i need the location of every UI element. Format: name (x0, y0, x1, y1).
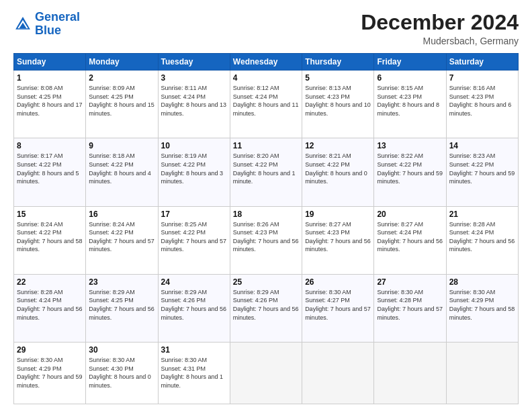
calendar-table: Sunday Monday Tuesday Wednesday Thursday… (13, 53, 519, 404)
table-row: 12Sunrise: 8:21 AMSunset: 4:22 PMDayligh… (302, 138, 374, 206)
sunrise-label: Sunrise: 8:21 AM (305, 152, 351, 159)
sunset-label: Sunset: 4:23 PM (305, 93, 350, 100)
sunrise-label: Sunrise: 8:26 AM (233, 221, 279, 228)
day-number: 12 (305, 141, 371, 150)
table-row: 8Sunrise: 8:17 AMSunset: 4:22 PMDaylight… (14, 138, 86, 206)
table-row: 22Sunrise: 8:28 AMSunset: 4:24 PMDayligh… (14, 274, 86, 342)
day-number: 26 (305, 277, 371, 287)
sunset-label: Sunset: 4:24 PM (377, 229, 422, 236)
day-info: Sunrise: 8:16 AMSunset: 4:23 PMDaylight:… (449, 84, 515, 118)
sunset-label: Sunset: 4:22 PM (305, 161, 350, 168)
day-info: Sunrise: 8:22 AMSunset: 4:22 PMDaylight:… (377, 152, 443, 185)
sunrise-label: Sunrise: 8:25 AM (161, 221, 208, 228)
day-number: 22 (17, 277, 83, 287)
table-row: 13Sunrise: 8:22 AMSunset: 4:22 PMDayligh… (374, 138, 446, 206)
daylight-label: Daylight: 7 hours and 59 minutes. (449, 170, 515, 185)
table-row: 17Sunrise: 8:25 AMSunset: 4:22 PMDayligh… (158, 206, 230, 274)
day-info: Sunrise: 8:26 AMSunset: 4:23 PMDaylight:… (233, 220, 299, 254)
day-number: 23 (89, 277, 154, 287)
sunrise-label: Sunrise: 8:19 AM (161, 152, 208, 159)
sunset-label: Sunset: 4:25 PM (17, 93, 62, 100)
sunrise-label: Sunrise: 8:29 AM (89, 289, 135, 295)
day-number: 21 (449, 210, 515, 219)
sunrise-label: Sunrise: 8:30 AM (89, 357, 135, 363)
sunrise-label: Sunrise: 8:24 AM (89, 221, 135, 228)
logo-line2: Blue (35, 24, 61, 37)
day-number: 1 (17, 73, 83, 83)
sunrise-label: Sunrise: 8:08 AM (17, 85, 63, 91)
sunrise-label: Sunrise: 8:17 AM (17, 152, 63, 159)
sunset-label: Sunset: 4:31 PM (161, 365, 206, 372)
table-row: 16Sunrise: 8:24 AMSunset: 4:22 PMDayligh… (86, 206, 158, 274)
daylight-label: Daylight: 7 hours and 56 minutes. (377, 238, 443, 253)
day-number: 24 (161, 277, 227, 287)
col-monday: Monday (86, 54, 158, 71)
sunset-label: Sunset: 4:23 PM (377, 93, 422, 100)
sunset-label: Sunset: 4:22 PM (161, 229, 206, 236)
sunrise-label: Sunrise: 8:11 AM (161, 85, 208, 91)
sunset-label: Sunset: 4:26 PM (233, 297, 278, 304)
table-row: 6Sunrise: 8:15 AMSunset: 4:23 PMDaylight… (374, 71, 446, 138)
day-number: 9 (89, 141, 154, 150)
daylight-label: Daylight: 8 hours and 0 minutes. (89, 373, 151, 389)
table-row: 11Sunrise: 8:20 AMSunset: 4:22 PMDayligh… (230, 138, 302, 206)
logo-icon (13, 15, 32, 34)
sunset-label: Sunset: 4:30 PM (89, 365, 134, 372)
daylight-label: Daylight: 8 hours and 4 minutes. (89, 170, 151, 185)
day-info: Sunrise: 8:30 AMSunset: 4:31 PMDaylight:… (161, 356, 227, 390)
sunset-label: Sunset: 4:24 PM (17, 297, 62, 304)
table-row: 27Sunrise: 8:30 AMSunset: 4:28 PMDayligh… (374, 274, 446, 342)
sunrise-label: Sunrise: 8:30 AM (161, 357, 208, 363)
sunrise-label: Sunrise: 8:15 AM (377, 85, 423, 91)
daylight-label: Daylight: 8 hours and 17 minutes. (17, 101, 83, 117)
sunset-label: Sunset: 4:28 PM (377, 297, 422, 304)
table-row (374, 342, 446, 404)
day-info: Sunrise: 8:13 AMSunset: 4:23 PMDaylight:… (305, 84, 371, 118)
table-row: 1Sunrise: 8:08 AMSunset: 4:25 PMDaylight… (14, 71, 86, 138)
day-info: Sunrise: 8:29 AMSunset: 4:25 PMDaylight:… (89, 288, 154, 322)
sunrise-label: Sunrise: 8:18 AM (89, 152, 135, 159)
day-info: Sunrise: 8:28 AMSunset: 4:24 PMDaylight:… (449, 220, 515, 254)
sunrise-label: Sunrise: 8:24 AM (17, 221, 63, 228)
sunrise-label: Sunrise: 8:23 AM (449, 152, 496, 159)
day-number: 7 (449, 73, 515, 83)
day-info: Sunrise: 8:20 AMSunset: 4:22 PMDaylight:… (233, 152, 299, 185)
day-number: 20 (377, 210, 443, 219)
sunrise-label: Sunrise: 8:30 AM (377, 289, 423, 295)
daylight-label: Daylight: 8 hours and 3 minutes. (161, 170, 224, 185)
day-number: 27 (377, 277, 443, 287)
day-number: 15 (17, 210, 83, 219)
sunset-label: Sunset: 4:24 PM (449, 229, 494, 236)
daylight-label: Daylight: 8 hours and 1 minute. (233, 170, 296, 185)
table-row (230, 342, 302, 404)
sunset-label: Sunset: 4:22 PM (89, 161, 134, 168)
day-info: Sunrise: 8:28 AMSunset: 4:24 PMDaylight:… (17, 288, 83, 322)
daylight-label: Daylight: 7 hours and 57 minutes. (305, 306, 371, 321)
sunrise-label: Sunrise: 8:09 AM (89, 85, 135, 91)
table-row: 5Sunrise: 8:13 AMSunset: 4:23 PMDaylight… (302, 71, 374, 138)
day-info: Sunrise: 8:24 AMSunset: 4:22 PMDaylight:… (89, 220, 154, 254)
sunset-label: Sunset: 4:22 PM (17, 229, 62, 236)
daylight-label: Daylight: 8 hours and 6 minutes. (449, 101, 512, 117)
table-row (302, 342, 374, 404)
day-info: Sunrise: 8:30 AMSunset: 4:27 PMDaylight:… (305, 288, 371, 322)
table-row: 20Sunrise: 8:27 AMSunset: 4:24 PMDayligh… (374, 206, 446, 274)
table-row: 24Sunrise: 8:29 AMSunset: 4:26 PMDayligh… (158, 274, 230, 342)
daylight-label: Daylight: 7 hours and 58 minutes. (17, 238, 83, 253)
day-info: Sunrise: 8:11 AMSunset: 4:24 PMDaylight:… (161, 84, 227, 118)
calendar-week-row: 1Sunrise: 8:08 AMSunset: 4:25 PMDaylight… (14, 71, 519, 138)
daylight-label: Daylight: 7 hours and 57 minutes. (377, 306, 443, 321)
calendar-week-row: 8Sunrise: 8:17 AMSunset: 4:22 PMDaylight… (14, 138, 519, 206)
table-row: 30Sunrise: 8:30 AMSunset: 4:30 PMDayligh… (86, 342, 158, 404)
calendar-header-row: Sunday Monday Tuesday Wednesday Thursday… (14, 54, 519, 71)
sunset-label: Sunset: 4:23 PM (233, 229, 278, 236)
calendar-week-row: 15Sunrise: 8:24 AMSunset: 4:22 PMDayligh… (14, 206, 519, 274)
table-row: 23Sunrise: 8:29 AMSunset: 4:25 PMDayligh… (86, 274, 158, 342)
day-number: 30 (89, 345, 154, 355)
daylight-label: Daylight: 8 hours and 8 minutes. (377, 101, 439, 117)
sunset-label: Sunset: 4:25 PM (89, 93, 134, 100)
location: Mudersbach, Germany (361, 36, 519, 46)
sunrise-label: Sunrise: 8:28 AM (17, 289, 63, 295)
day-info: Sunrise: 8:30 AMSunset: 4:28 PMDaylight:… (377, 288, 443, 322)
logo: General Blue (13, 11, 80, 38)
